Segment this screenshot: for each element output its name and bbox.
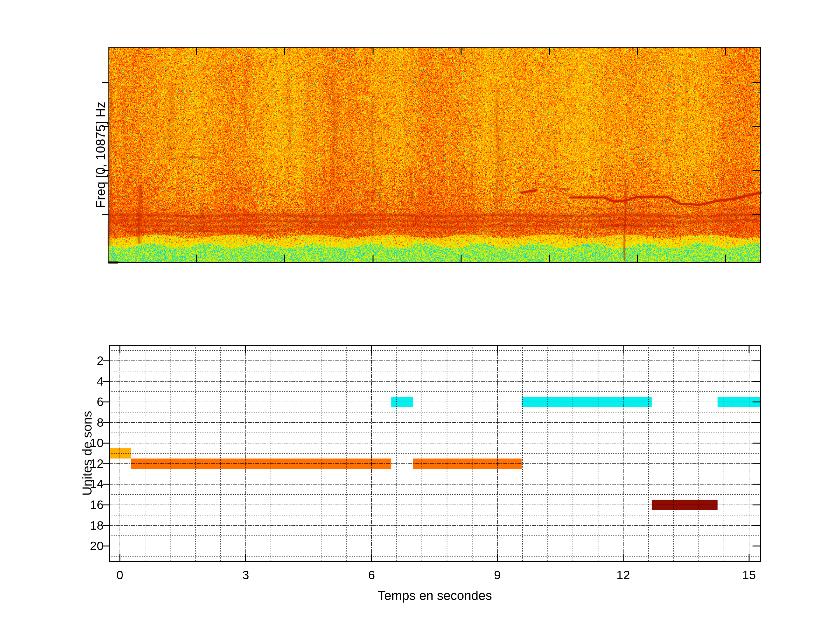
x-tick-label: 9 <box>494 568 501 582</box>
y-tick-label: 14 <box>90 477 104 491</box>
timeline-xlabel: Temps en secondes <box>378 588 492 603</box>
y-tick-label: 20 <box>90 539 104 553</box>
matlab-figure: Freq [0, 10875] Hz Unites de sons Temps … <box>0 0 840 630</box>
y-tick-label: 10 <box>90 436 104 450</box>
spectrogram-ylabel: Freq [0, 10875] Hz <box>93 102 108 208</box>
y-tick-label: 8 <box>97 415 104 429</box>
x-tick-label: 0 <box>116 568 123 582</box>
y-tick-label: 4 <box>97 374 104 388</box>
x-tick-label: 15 <box>742 568 756 582</box>
y-tick-label: 16 <box>90 498 104 512</box>
x-tick-label: 6 <box>368 568 375 582</box>
y-tick-label: 6 <box>97 395 104 409</box>
x-tick-label: 12 <box>616 568 630 582</box>
x-tick-label: 3 <box>242 568 249 582</box>
y-tick-label: 12 <box>90 457 104 471</box>
plots-canvas <box>0 0 840 630</box>
y-tick-label: 18 <box>90 519 104 532</box>
y-tick-label: 2 <box>97 354 104 368</box>
